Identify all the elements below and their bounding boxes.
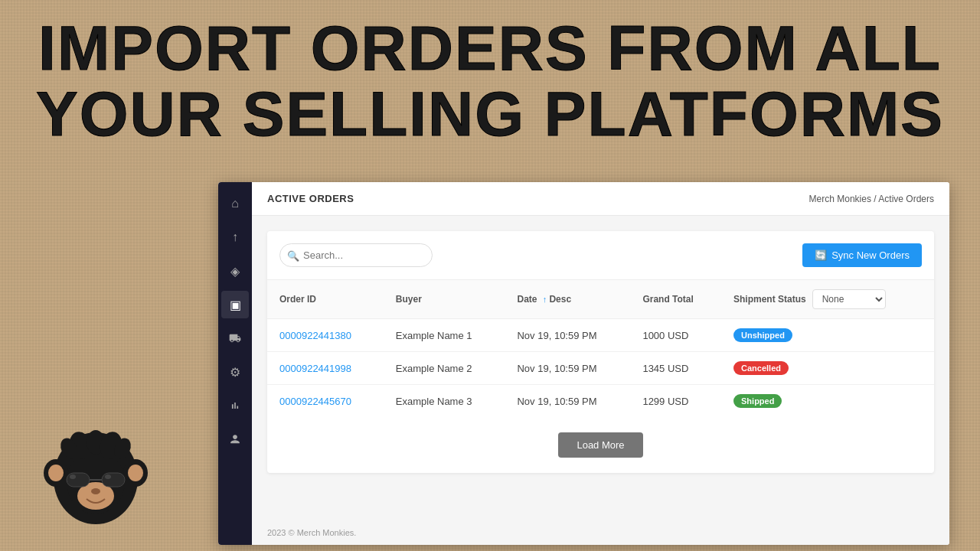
search-icon: 🔍 bbox=[287, 249, 299, 261]
status-badge-1: Cancelled bbox=[733, 361, 789, 375]
cell-buyer-0: Example Name 1 bbox=[384, 319, 505, 352]
sync-button-label: Sync New Orders bbox=[831, 249, 910, 261]
order-id-link-1[interactable]: 0000922441998 bbox=[279, 363, 351, 374]
page-title: ACTIVE ORDERS bbox=[267, 193, 354, 204]
sidebar-icon-settings[interactable]: ⚙ bbox=[221, 358, 249, 386]
sidebar-icon-upload[interactable]: ↑ bbox=[221, 223, 249, 251]
cell-order-id-1: 0000922441998 bbox=[267, 352, 384, 385]
cell-date-0: Nov 19, 10:59 PM bbox=[505, 319, 630, 352]
app-window: ⌂ ↑ ◈ ▣ ⚙ ACTIVE ORDERS Merch Monkies bbox=[218, 182, 949, 545]
svg-point-5 bbox=[128, 465, 143, 481]
col-date[interactable]: Date ↑ Desc bbox=[505, 280, 630, 319]
svg-rect-12 bbox=[67, 473, 90, 487]
table-header-row: Order ID Buyer Date ↑ Desc Grand Total S… bbox=[267, 280, 934, 319]
sync-button[interactable]: 🔄 Sync New Orders bbox=[802, 243, 922, 267]
load-more-section: Load More bbox=[267, 417, 934, 473]
monkey-logo bbox=[19, 390, 172, 543]
sidebar-icon-home[interactable]: ⌂ bbox=[221, 190, 249, 217]
col-order-id: Order ID bbox=[267, 280, 384, 319]
svg-point-15 bbox=[70, 474, 76, 479]
sync-icon: 🔄 bbox=[815, 249, 827, 261]
col-shipment-status: Shipment Status None Unshipped Shipped C… bbox=[721, 280, 934, 319]
search-input[interactable] bbox=[279, 243, 433, 267]
sidebar: ⌂ ↑ ◈ ▣ ⚙ bbox=[218, 182, 252, 545]
cell-status-2: Shipped bbox=[721, 385, 934, 418]
load-more-button[interactable]: Load More bbox=[558, 432, 642, 458]
sidebar-icon-orders[interactable]: ▣ bbox=[221, 291, 249, 318]
hero-line2: YOUR SELLING PLATFORMS bbox=[31, 81, 949, 147]
svg-point-3 bbox=[48, 465, 64, 481]
sidebar-icon-account[interactable] bbox=[221, 425, 249, 453]
toolbar: 🔍 🔄 Sync New Orders bbox=[267, 231, 934, 280]
breadcrumb: Merch Monkies / Active Orders bbox=[809, 194, 934, 204]
breadcrumb-current: Active Orders bbox=[878, 194, 934, 204]
cell-grand-total-0: 1000 USD bbox=[630, 319, 721, 352]
col-buyer: Buyer bbox=[384, 280, 505, 319]
status-badge-0: Unshipped bbox=[733, 328, 792, 342]
cell-grand-total-1: 1345 USD bbox=[630, 352, 721, 385]
order-id-link-0[interactable]: 0000922441380 bbox=[279, 330, 351, 341]
cell-status-1: Cancelled bbox=[721, 352, 934, 385]
cell-buyer-2: Example Name 3 bbox=[384, 385, 505, 418]
cell-order-id-0: 0000922441380 bbox=[267, 319, 384, 352]
svg-point-16 bbox=[105, 474, 111, 479]
hero-line1: IMPORT ORDERS FROM ALL bbox=[31, 15, 949, 81]
cell-date-2: Nov 19, 10:59 PM bbox=[505, 385, 630, 418]
cell-buyer-1: Example Name 2 bbox=[384, 352, 505, 385]
svg-point-17 bbox=[91, 488, 100, 494]
shipment-filter: Shipment Status None Unshipped Shipped C… bbox=[733, 289, 922, 309]
search-wrapper: 🔍 bbox=[279, 243, 433, 267]
breadcrumb-parent: Merch Monkies bbox=[809, 194, 871, 204]
table-row: 0000922445670 Example Name 3 Nov 19, 10:… bbox=[267, 385, 934, 418]
footer-text: 2023 © Merch Monkies. bbox=[267, 528, 356, 537]
hero-text: IMPORT ORDERS FROM ALL YOUR SELLING PLAT… bbox=[0, 15, 980, 147]
col-grand-total: Grand Total bbox=[630, 280, 721, 319]
main-content: ACTIVE ORDERS Merch Monkies / Active Ord… bbox=[252, 182, 949, 545]
sidebar-icon-analytics[interactable] bbox=[221, 392, 249, 419]
orders-table: Order ID Buyer Date ↑ Desc Grand Total S… bbox=[267, 280, 934, 417]
sidebar-icon-tag[interactable]: ◈ bbox=[221, 257, 249, 285]
cell-date-1: Nov 19, 10:59 PM bbox=[505, 352, 630, 385]
cell-status-0: Unshipped bbox=[721, 319, 934, 352]
sidebar-icon-shipping[interactable] bbox=[221, 324, 249, 352]
shipment-status-filter[interactable]: None Unshipped Shipped Cancelled bbox=[812, 289, 886, 309]
cell-order-id-2: 0000922445670 bbox=[267, 385, 384, 418]
table-row: 0000922441380 Example Name 1 Nov 19, 10:… bbox=[267, 319, 934, 352]
svg-rect-13 bbox=[102, 473, 125, 487]
order-id-link-2[interactable]: 0000922445670 bbox=[279, 396, 351, 407]
page-header: ACTIVE ORDERS Merch Monkies / Active Ord… bbox=[252, 182, 949, 216]
footer: 2023 © Merch Monkies. bbox=[252, 520, 949, 545]
table-row: 0000922441998 Example Name 2 Nov 19, 10:… bbox=[267, 352, 934, 385]
cell-grand-total-2: 1299 USD bbox=[630, 385, 721, 418]
status-badge-2: Shipped bbox=[733, 394, 782, 408]
content-area: 🔍 🔄 Sync New Orders Order ID Buyer bbox=[252, 216, 949, 520]
orders-card: 🔍 🔄 Sync New Orders Order ID Buyer bbox=[267, 231, 934, 473]
